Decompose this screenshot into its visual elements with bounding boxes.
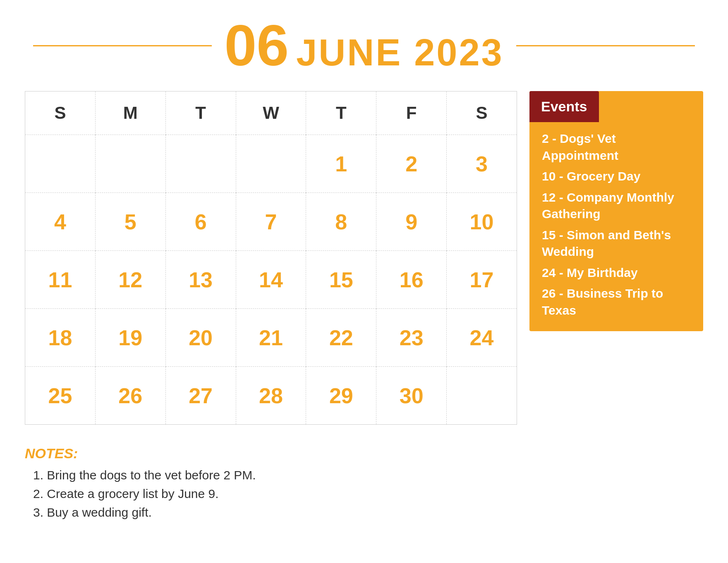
main-content: SMTWTFS 12345678910111213141516171819202… <box>0 83 728 433</box>
calendar-day-cell: 1 <box>306 135 376 193</box>
calendar-day-cell: 2 <box>376 135 447 193</box>
header-line-left <box>33 45 212 46</box>
calendar-week-row: 45678910 <box>25 193 517 251</box>
events-list: 2 - Dogs' Vet Appointment10 - Grocery Da… <box>529 122 703 331</box>
calendar-day-cell <box>447 367 517 425</box>
calendar-day-cell <box>95 135 165 193</box>
calendar-day-cell: 25 <box>25 367 96 425</box>
calendar-table: SMTWTFS 12345678910111213141516171819202… <box>25 91 517 425</box>
note-item: 1. Bring the dogs to the vet before 2 PM… <box>33 466 703 484</box>
calendar-day-cell: 12 <box>95 251 165 309</box>
calendar-day-cell: 11 <box>25 251 96 309</box>
calendar-day-cell: 4 <box>25 193 96 251</box>
events-box: Events 2 - Dogs' Vet Appointment10 - Gro… <box>529 91 703 331</box>
calendar-day-cell: 17 <box>447 251 517 309</box>
calendar-day-cell: 9 <box>376 193 447 251</box>
calendar-day-cell: 26 <box>95 367 165 425</box>
calendar-day-cell: 8 <box>306 193 376 251</box>
calendar-day-cell: 28 <box>236 367 306 425</box>
sidebar: Events 2 - Dogs' Vet Appointment10 - Gro… <box>529 91 703 425</box>
calendar-day-header: T <box>306 91 376 135</box>
event-item: 15 - Simon and Beth's Wedding <box>542 227 691 260</box>
event-item: 12 - Company Monthly Gathering <box>542 189 691 223</box>
calendar-day-header: W <box>236 91 306 135</box>
event-item: 10 - Grocery Day <box>542 168 691 185</box>
calendar-day-header: S <box>447 91 517 135</box>
calendar-day-cell <box>165 135 236 193</box>
header-title: 06 JUNE 2023 <box>224 17 503 75</box>
calendar-day-cell: 6 <box>165 193 236 251</box>
calendar-day-cell: 20 <box>165 309 236 367</box>
calendar-wrapper: SMTWTFS 12345678910111213141516171819202… <box>25 91 517 425</box>
calendar-week-row: 11121314151617 <box>25 251 517 309</box>
note-item: 2. Create a grocery list by June 9. <box>33 484 703 503</box>
page-header: 06 JUNE 2023 <box>0 0 728 83</box>
header-line-right <box>516 45 695 46</box>
calendar-day-cell: 21 <box>236 309 306 367</box>
event-item: 24 - My Birthday <box>542 265 691 282</box>
calendar-day-cell <box>236 135 306 193</box>
calendar-day-cell: 23 <box>376 309 447 367</box>
calendar-day-cell: 18 <box>25 309 96 367</box>
note-item: 3. Buy a wedding gift. <box>33 503 703 522</box>
calendar-day-cell <box>25 135 96 193</box>
calendar-week-row: 18192021222324 <box>25 309 517 367</box>
calendar-week-row: 123 <box>25 135 517 193</box>
calendar-day-cell: 29 <box>306 367 376 425</box>
event-item: 26 - Business Trip to Texas <box>542 285 691 319</box>
calendar-day-cell: 15 <box>306 251 376 309</box>
notes-section: NOTES: 1. Bring the dogs to the vet befo… <box>0 433 728 534</box>
calendar-day-cell: 10 <box>447 193 517 251</box>
calendar-day-cell: 19 <box>95 309 165 367</box>
notes-list: 1. Bring the dogs to the vet before 2 PM… <box>25 466 703 522</box>
calendar-header-row: SMTWTFS <box>25 91 517 135</box>
calendar-day-cell: 27 <box>165 367 236 425</box>
calendar-day-header: T <box>165 91 236 135</box>
header-month-year: JUNE 2023 <box>296 31 503 74</box>
calendar-day-cell: 3 <box>447 135 517 193</box>
calendar-week-row: 252627282930 <box>25 367 517 425</box>
calendar-day-header: M <box>95 91 165 135</box>
calendar-day-cell: 5 <box>95 193 165 251</box>
calendar-day-cell: 14 <box>236 251 306 309</box>
calendar-day-cell: 13 <box>165 251 236 309</box>
calendar-day-cell: 24 <box>447 309 517 367</box>
calendar-day-cell: 22 <box>306 309 376 367</box>
header-day: 06 <box>224 17 289 75</box>
calendar-day-cell: 16 <box>376 251 447 309</box>
events-header: Events <box>529 91 599 122</box>
event-item: 2 - Dogs' Vet Appointment <box>542 130 691 164</box>
calendar-day-header: F <box>376 91 447 135</box>
calendar-day-cell: 7 <box>236 193 306 251</box>
calendar-day-header: S <box>25 91 96 135</box>
calendar-day-cell: 30 <box>376 367 447 425</box>
notes-title: NOTES: <box>25 445 703 462</box>
